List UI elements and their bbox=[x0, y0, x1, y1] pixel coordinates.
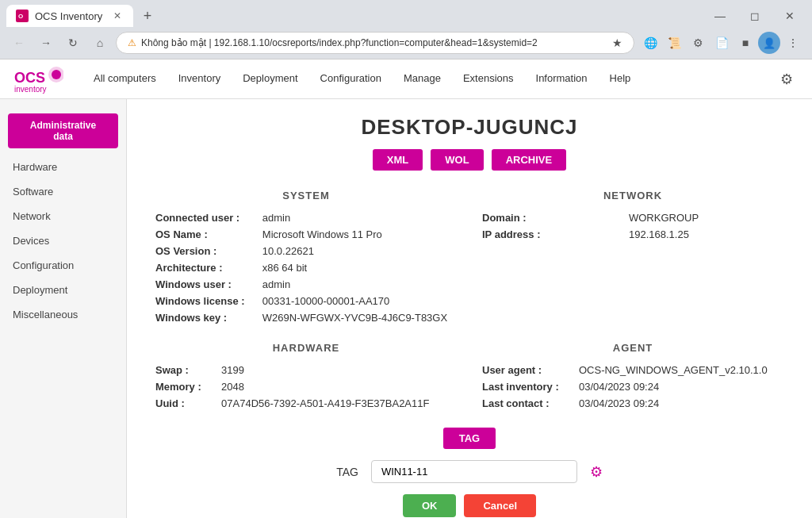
system-title: SYSTEM bbox=[151, 190, 462, 201]
user-agent-label: User agent : bbox=[477, 362, 574, 378]
cancel-button[interactable]: Cancel bbox=[464, 494, 536, 517]
last-inventory-value: 03/04/2023 09:24 bbox=[574, 378, 788, 395]
browser-icon-2[interactable]: 📜 bbox=[663, 32, 685, 54]
windows-user-label: Windows user : bbox=[151, 276, 258, 293]
table-row: IP address : 192.168.1.25 bbox=[477, 226, 788, 243]
architecture-label: Architecture : bbox=[151, 259, 258, 276]
sidebar-item-configuration[interactable]: Configuration bbox=[0, 253, 126, 278]
windows-license-label: Windows license : bbox=[151, 293, 258, 309]
user-agent-value: OCS-NG_WINDOWS_AGENT_v2.10.1.0 bbox=[574, 362, 788, 378]
user-avatar[interactable]: 👤 bbox=[758, 32, 780, 54]
tag-input[interactable] bbox=[371, 460, 577, 483]
windows-user-value: admin bbox=[258, 276, 462, 293]
last-inventory-label: Last inventory : bbox=[477, 378, 574, 395]
bookmark-icon: ★ bbox=[612, 36, 622, 49]
uuid-value: 07A74D56-7392-A501-A419-F3E37BA2A11F bbox=[216, 395, 462, 412]
sidebar-item-network[interactable]: Network bbox=[0, 204, 126, 228]
url-bar[interactable]: ⚠ Không bảo mật | 192.168.1.10/ocsreport… bbox=[116, 32, 634, 54]
nav-help[interactable]: Help bbox=[599, 59, 642, 99]
table-row: Swap : 3199 bbox=[151, 362, 462, 378]
admin-data-button[interactable]: Administrative data bbox=[8, 113, 118, 148]
os-name-label: OS Name : bbox=[151, 226, 258, 243]
menu-icon[interactable]: ⋮ bbox=[782, 32, 804, 54]
domain-value: WORKGROUP bbox=[624, 209, 788, 226]
hardware-section: HARDWARE Swap : 3199 Memory : 2048 Uuid … bbox=[151, 342, 462, 412]
tag-label: TAG bbox=[336, 466, 358, 478]
tab-title: OCS Inventory bbox=[35, 10, 102, 22]
network-title: NETWORK bbox=[477, 190, 788, 201]
security-warning-icon: ⚠ bbox=[128, 37, 136, 48]
browser-icon-1[interactable]: 🌐 bbox=[639, 32, 661, 54]
main-content: DESKTOP-JUGUNCJ XML WOL ARCHIVE SYSTEM C… bbox=[127, 99, 812, 518]
sidebar-item-hardware[interactable]: Hardware bbox=[0, 155, 126, 179]
sidebar-item-miscellaneous[interactable]: Miscellaneous bbox=[0, 302, 126, 327]
hardware-title: HARDWARE bbox=[151, 342, 462, 354]
new-tab-button[interactable]: + bbox=[136, 5, 159, 27]
table-row: Architecture : x86 64 bit bbox=[151, 259, 462, 276]
archive-button[interactable]: ARCHIVE bbox=[492, 149, 567, 171]
memory-label: Memory : bbox=[151, 378, 216, 395]
table-row: Windows key : W269N-WFGWX-YVC9B-4J6C9-T8… bbox=[151, 309, 462, 326]
ip-address-value: 192.168.1.25 bbox=[624, 226, 788, 243]
wol-button[interactable]: WOL bbox=[431, 149, 483, 171]
table-row: Memory : 2048 bbox=[151, 378, 462, 395]
table-row: User agent : OCS-NG_WINDOWS_AGENT_v2.10.… bbox=[477, 362, 788, 378]
connected-user-value: admin bbox=[258, 209, 462, 226]
table-row: Connected user : admin bbox=[151, 209, 462, 226]
network-table: Domain : WORKGROUP IP address : 192.168.… bbox=[477, 209, 788, 243]
nav-inventory[interactable]: Inventory bbox=[167, 59, 232, 99]
xml-button[interactable]: XML bbox=[373, 149, 423, 171]
table-row: OS Name : Microsoft Windows 11 Pro bbox=[151, 226, 462, 243]
agent-table: User agent : OCS-NG_WINDOWS_AGENT_v2.10.… bbox=[477, 362, 788, 412]
sidebar-item-devices[interactable]: Devices bbox=[0, 228, 126, 253]
browser-icon-3[interactable]: ⚙ bbox=[687, 32, 709, 54]
browser-tab[interactable]: O OCS Inventory ✕ bbox=[6, 5, 133, 27]
nav-menu: All computers Inventory Deployment Confi… bbox=[82, 59, 642, 99]
table-row: Domain : WORKGROUP bbox=[477, 209, 788, 226]
url-text: Không bảo mật | 192.168.1.10/ocsreports/… bbox=[141, 37, 538, 48]
nav-deployment[interactable]: Deployment bbox=[232, 59, 308, 99]
close-window-button[interactable]: ✕ bbox=[774, 5, 806, 27]
windows-license-value: 00331-10000-00001-AA170 bbox=[258, 293, 462, 309]
minimize-button[interactable]: — bbox=[704, 5, 736, 27]
settings-icon[interactable]: ⚙ bbox=[774, 67, 799, 92]
nav-manage[interactable]: Manage bbox=[393, 59, 452, 99]
home-button[interactable]: ⌂ bbox=[89, 32, 111, 54]
tag-settings-icon[interactable]: ⚙ bbox=[590, 463, 603, 481]
os-version-label: OS Version : bbox=[151, 243, 258, 259]
browser-icon-4[interactable]: 📄 bbox=[710, 32, 733, 54]
hardware-table: Swap : 3199 Memory : 2048 Uuid : 07A74D5… bbox=[151, 362, 462, 412]
last-contact-value: 03/04/2023 09:24 bbox=[574, 395, 788, 412]
architecture-value: x86 64 bit bbox=[258, 259, 462, 276]
windows-key-value: W269N-WFGWX-YVC9B-4J6C9-T83GX bbox=[258, 309, 462, 326]
connected-user-label: Connected user : bbox=[151, 209, 258, 226]
nav-extensions[interactable]: Extensions bbox=[452, 59, 525, 99]
tag-button[interactable]: TAG bbox=[443, 428, 496, 449]
computer-title: DESKTOP-JUGUNCJ bbox=[151, 115, 788, 140]
ok-button[interactable]: OK bbox=[403, 494, 457, 517]
ip-address-label: IP address : bbox=[477, 226, 624, 243]
system-table: Connected user : admin OS Name : Microso… bbox=[151, 209, 462, 326]
nav-information[interactable]: Information bbox=[525, 59, 599, 99]
uuid-label: Uuid : bbox=[151, 395, 216, 412]
windows-key-label: Windows key : bbox=[151, 309, 258, 326]
refresh-button[interactable]: ↻ bbox=[62, 32, 84, 54]
maximize-button[interactable]: ◻ bbox=[739, 5, 771, 27]
sidebar-item-software[interactable]: Software bbox=[0, 179, 126, 204]
table-row: Windows license : 00331-10000-00001-AA17… bbox=[151, 293, 462, 309]
forward-button[interactable]: → bbox=[35, 32, 57, 54]
memory-value: 2048 bbox=[216, 378, 462, 395]
nav-configuration[interactable]: Configuration bbox=[309, 59, 393, 99]
swap-label: Swap : bbox=[151, 362, 216, 378]
domain-label: Domain : bbox=[477, 209, 624, 226]
swap-value: 3199 bbox=[216, 362, 462, 378]
agent-section: AGENT User agent : OCS-NG_WINDOWS_AGENT_… bbox=[477, 342, 788, 412]
sidebar-item-deployment[interactable]: Deployment bbox=[0, 278, 126, 302]
tab-close-button[interactable]: ✕ bbox=[111, 10, 124, 22]
extensions-icon[interactable]: ■ bbox=[734, 32, 756, 54]
nav-all-computers[interactable]: All computers bbox=[82, 59, 167, 99]
back-button[interactable]: ← bbox=[8, 32, 30, 54]
agent-title: AGENT bbox=[477, 342, 788, 354]
last-contact-label: Last contact : bbox=[477, 395, 574, 412]
tab-favicon: O bbox=[16, 10, 29, 22]
